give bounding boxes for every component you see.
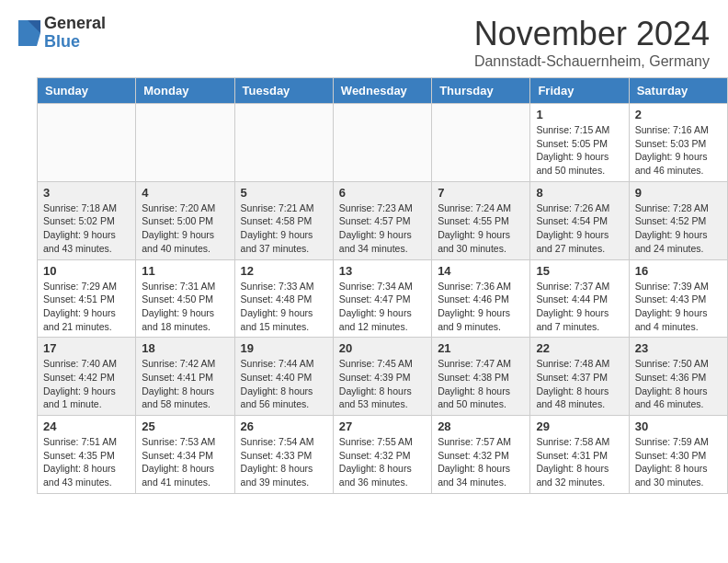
day-number: 2 xyxy=(635,108,722,121)
day-number: 24 xyxy=(43,419,130,433)
day-info: Sunrise: 7:58 AM Sunset: 4:31 PM Dayligh… xyxy=(536,435,622,489)
day-number: 25 xyxy=(142,419,228,433)
logo-blue: Blue xyxy=(44,33,106,52)
day-cell: 29Sunrise: 7:58 AM Sunset: 4:31 PM Dayli… xyxy=(530,416,629,494)
day-info: Sunrise: 7:23 AM Sunset: 4:57 PM Dayligh… xyxy=(339,201,426,256)
day-info: Sunrise: 7:24 AM Sunset: 4:55 PM Dayligh… xyxy=(438,201,524,256)
day-number: 27 xyxy=(339,419,426,433)
day-info: Sunrise: 7:28 AM Sunset: 4:52 PM Dayligh… xyxy=(635,201,722,256)
day-number: 8 xyxy=(536,186,622,200)
day-info: Sunrise: 7:48 AM Sunset: 4:37 PM Dayligh… xyxy=(536,357,622,411)
day-info: Sunrise: 7:33 AM Sunset: 4:48 PM Dayligh… xyxy=(241,280,327,334)
day-cell: 10Sunrise: 7:29 AM Sunset: 4:51 PM Dayli… xyxy=(38,259,136,338)
day-cell: 7Sunrise: 7:24 AM Sunset: 4:55 PM Daylig… xyxy=(432,181,530,259)
day-info: Sunrise: 7:20 AM Sunset: 5:00 PM Dayligh… xyxy=(142,201,228,256)
day-cell: 24Sunrise: 7:51 AM Sunset: 4:35 PM Dayli… xyxy=(38,416,136,494)
day-number: 3 xyxy=(43,186,130,200)
page-header: General Blue November 2024 Dannstadt-Sch… xyxy=(0,0,728,77)
day-cell xyxy=(432,104,530,182)
day-info: Sunrise: 7:16 AM Sunset: 5:03 PM Dayligh… xyxy=(635,123,722,178)
day-number: 15 xyxy=(536,264,622,278)
day-info: Sunrise: 7:55 AM Sunset: 4:32 PM Dayligh… xyxy=(339,435,426,489)
day-number: 22 xyxy=(536,341,622,355)
day-number: 10 xyxy=(43,264,130,278)
day-number: 5 xyxy=(241,186,327,200)
logo-general: General xyxy=(44,15,106,33)
day-cell: 15Sunrise: 7:37 AM Sunset: 4:44 PM Dayli… xyxy=(530,259,629,338)
day-info: Sunrise: 7:51 AM Sunset: 4:35 PM Dayligh… xyxy=(43,435,130,489)
day-cell: 21Sunrise: 7:47 AM Sunset: 4:38 PM Dayli… xyxy=(432,338,530,416)
day-cell: 3Sunrise: 7:18 AM Sunset: 5:02 PM Daylig… xyxy=(38,181,136,259)
day-number: 9 xyxy=(635,186,722,200)
day-number: 4 xyxy=(142,186,228,200)
day-cell xyxy=(234,104,333,182)
day-info: Sunrise: 7:42 AM Sunset: 4:41 PM Dayligh… xyxy=(142,357,228,411)
day-cell: 14Sunrise: 7:36 AM Sunset: 4:46 PM Dayli… xyxy=(432,259,530,338)
week-row-0: 1Sunrise: 7:15 AM Sunset: 5:05 PM Daylig… xyxy=(38,104,728,182)
day-info: Sunrise: 7:54 AM Sunset: 4:33 PM Dayligh… xyxy=(241,435,327,489)
week-row-1: 3Sunrise: 7:18 AM Sunset: 5:02 PM Daylig… xyxy=(38,181,728,259)
day-info: Sunrise: 7:26 AM Sunset: 4:54 PM Dayligh… xyxy=(536,201,622,256)
day-cell: 27Sunrise: 7:55 AM Sunset: 4:32 PM Dayli… xyxy=(333,416,431,494)
day-cell: 17Sunrise: 7:40 AM Sunset: 4:42 PM Dayli… xyxy=(38,338,136,416)
day-number: 16 xyxy=(635,264,722,278)
day-info: Sunrise: 7:45 AM Sunset: 4:39 PM Dayligh… xyxy=(339,357,426,411)
week-row-4: 24Sunrise: 7:51 AM Sunset: 4:35 PM Dayli… xyxy=(38,416,728,494)
day-cell: 9Sunrise: 7:28 AM Sunset: 4:52 PM Daylig… xyxy=(629,181,727,259)
day-number: 18 xyxy=(142,341,228,355)
day-cell: 28Sunrise: 7:57 AM Sunset: 4:32 PM Dayli… xyxy=(432,416,530,494)
calendar-body: 1Sunrise: 7:15 AM Sunset: 5:05 PM Daylig… xyxy=(38,104,728,494)
day-number: 19 xyxy=(241,341,327,355)
day-number: 20 xyxy=(339,341,426,355)
month-title: November 2024 xyxy=(474,15,710,53)
day-number: 12 xyxy=(241,264,327,278)
day-info: Sunrise: 7:53 AM Sunset: 4:34 PM Dayligh… xyxy=(142,435,228,489)
header-thursday: Thursday xyxy=(432,78,530,104)
day-info: Sunrise: 7:50 AM Sunset: 4:36 PM Dayligh… xyxy=(635,357,722,411)
day-cell: 25Sunrise: 7:53 AM Sunset: 4:34 PM Dayli… xyxy=(136,416,234,494)
day-number: 11 xyxy=(142,264,228,278)
day-cell: 13Sunrise: 7:34 AM Sunset: 4:47 PM Dayli… xyxy=(333,259,431,338)
day-cell: 5Sunrise: 7:21 AM Sunset: 4:58 PM Daylig… xyxy=(234,181,333,259)
day-info: Sunrise: 7:57 AM Sunset: 4:32 PM Dayligh… xyxy=(438,435,524,489)
day-info: Sunrise: 7:34 AM Sunset: 4:47 PM Dayligh… xyxy=(339,280,426,334)
day-cell: 16Sunrise: 7:39 AM Sunset: 4:43 PM Dayli… xyxy=(629,259,727,338)
day-cell: 18Sunrise: 7:42 AM Sunset: 4:41 PM Dayli… xyxy=(136,338,234,416)
day-number: 21 xyxy=(438,341,524,355)
day-cell: 6Sunrise: 7:23 AM Sunset: 4:57 PM Daylig… xyxy=(333,181,431,259)
day-number: 29 xyxy=(536,419,622,433)
header-friday: Friday xyxy=(530,78,629,104)
week-row-2: 10Sunrise: 7:29 AM Sunset: 4:51 PM Dayli… xyxy=(38,259,728,338)
day-cell: 11Sunrise: 7:31 AM Sunset: 4:50 PM Dayli… xyxy=(136,259,234,338)
calendar-wrap: SundayMondayTuesdayWednesdayThursdayFrid… xyxy=(0,77,728,509)
logo-text: General Blue xyxy=(44,15,106,52)
day-number: 6 xyxy=(339,186,426,200)
calendar-header: SundayMondayTuesdayWednesdayThursdayFrid… xyxy=(38,78,728,104)
day-cell xyxy=(136,104,234,182)
header-row: SundayMondayTuesdayWednesdayThursdayFrid… xyxy=(38,78,728,104)
title-block: November 2024 Dannstadt-Schauernheim, Ge… xyxy=(474,15,710,70)
day-info: Sunrise: 7:37 AM Sunset: 4:44 PM Dayligh… xyxy=(536,280,622,334)
day-info: Sunrise: 7:59 AM Sunset: 4:30 PM Dayligh… xyxy=(635,435,722,489)
day-number: 30 xyxy=(635,419,722,433)
header-sunday: Sunday xyxy=(38,78,136,104)
day-cell: 4Sunrise: 7:20 AM Sunset: 5:00 PM Daylig… xyxy=(136,181,234,259)
day-info: Sunrise: 7:44 AM Sunset: 4:40 PM Dayligh… xyxy=(241,357,327,411)
day-info: Sunrise: 7:36 AM Sunset: 4:46 PM Dayligh… xyxy=(438,280,524,334)
day-info: Sunrise: 7:47 AM Sunset: 4:38 PM Dayligh… xyxy=(438,357,524,411)
day-info: Sunrise: 7:40 AM Sunset: 4:42 PM Dayligh… xyxy=(43,357,130,411)
day-cell: 2Sunrise: 7:16 AM Sunset: 5:03 PM Daylig… xyxy=(629,104,727,182)
day-cell: 23Sunrise: 7:50 AM Sunset: 4:36 PM Dayli… xyxy=(629,338,727,416)
day-cell: 1Sunrise: 7:15 AM Sunset: 5:05 PM Daylig… xyxy=(530,104,629,182)
header-tuesday: Tuesday xyxy=(234,78,333,104)
day-number: 17 xyxy=(43,341,130,355)
day-number: 28 xyxy=(438,419,524,433)
calendar-table: SundayMondayTuesdayWednesdayThursdayFrid… xyxy=(37,77,728,494)
header-saturday: Saturday xyxy=(629,78,727,104)
day-cell: 8Sunrise: 7:26 AM Sunset: 4:54 PM Daylig… xyxy=(530,181,629,259)
day-number: 7 xyxy=(438,186,524,200)
day-info: Sunrise: 7:39 AM Sunset: 4:43 PM Dayligh… xyxy=(635,280,722,334)
day-info: Sunrise: 7:15 AM Sunset: 5:05 PM Dayligh… xyxy=(536,123,622,178)
location: Dannstadt-Schauernheim, Germany xyxy=(474,53,710,70)
week-row-3: 17Sunrise: 7:40 AM Sunset: 4:42 PM Dayli… xyxy=(38,338,728,416)
